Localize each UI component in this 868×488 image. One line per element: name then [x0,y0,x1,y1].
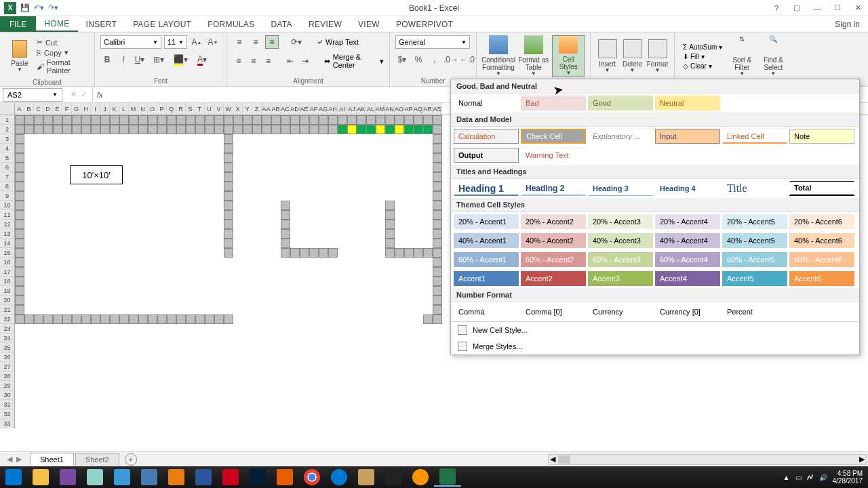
style-comma-0-[interactable]: Comma [0] [521,304,586,319]
row-header[interactable]: 6 [0,163,15,172]
style-heading4[interactable]: Heading 4 [655,181,720,196]
find-select-button[interactable]: 🔍Find & Select▼ [759,35,787,77]
style-input[interactable]: Input [655,129,720,144]
col-header[interactable]: E [53,103,62,115]
style-percent[interactable]: Percent [722,304,787,319]
underline-button[interactable]: U▾ [133,53,146,66]
row-header[interactable]: 15 [0,248,15,258]
row-header[interactable]: 10 [0,201,15,210]
style-output[interactable]: Output [454,148,519,163]
tab-data[interactable]: DATA [262,16,300,32]
name-box[interactable]: AS2▼ [3,88,62,102]
col-header[interactable]: R [176,103,186,115]
close-icon[interactable]: ✕ [848,1,868,16]
row-header[interactable]: 4 [0,144,15,153]
style-heading3[interactable]: Heading 3 [588,181,653,196]
merge-center-button[interactable]: ⬌Merge & Center ▾ [324,53,384,69]
style-20-accent2[interactable]: 20% - Accent2 [521,214,586,229]
style-note[interactable]: Note [789,129,854,144]
style-explanatory[interactable]: Explanatory ... [588,129,653,144]
col-header[interactable]: C [34,103,43,115]
row-header[interactable]: 21 [0,305,15,314]
row-header[interactable]: 14 [0,239,15,248]
row-header[interactable]: 19 [0,286,15,296]
task-photoshop[interactable] [244,468,271,487]
sheet-next-icon[interactable]: ▶ [16,455,22,464]
paste-button[interactable]: Paste ▼ [5,35,34,77]
style-warning-text[interactable]: Warning Text [521,148,586,163]
row-header[interactable]: 12 [0,220,15,229]
style-20-accent6[interactable]: 20% - Accent6 [789,214,854,229]
new-cell-style[interactable]: New Cell Style... [451,322,859,338]
style-calculation[interactable]: Calculation [454,129,519,144]
col-header[interactable]: O [148,103,157,115]
style-heading1[interactable]: Heading 1 [454,181,519,196]
col-header[interactable]: AB [271,103,281,115]
clear-button[interactable]: ◇Clear▾ [680,62,725,70]
style-good[interactable]: Good [588,96,653,110]
row-header[interactable]: 16 [0,258,15,267]
col-header[interactable]: B [24,103,34,115]
style-bad[interactable]: Bad [521,96,586,110]
autosum-button[interactable]: ΣAutoSum▾ [680,43,725,52]
task-edge[interactable] [326,468,353,487]
col-header[interactable]: AQ [414,103,423,115]
col-header[interactable]: AP [404,103,414,115]
tab-insert[interactable]: INSERT [78,16,125,32]
row-header[interactable]: 11 [0,210,15,220]
row-header[interactable]: 32 [0,409,15,419]
delete-cells-button[interactable]: Delete▼ [621,35,644,77]
fx-icon[interactable]: fx [93,91,107,99]
task-acrobat[interactable] [217,468,244,487]
tab-view[interactable]: VIEW [350,16,388,32]
row-header[interactable]: 3 [0,134,15,144]
start-button[interactable] [0,468,27,487]
col-header[interactable]: A [15,103,24,115]
row-header[interactable]: 22 [0,314,15,324]
col-header[interactable]: AE [300,103,309,115]
style-40-accent3[interactable]: 40% - Accent3 [588,233,653,248]
style-neutral[interactable]: Neutral [655,96,720,110]
bold-button[interactable]: B [100,53,114,66]
col-header[interactable]: X [233,103,243,115]
orientation-button[interactable]: ⟳▾ [290,35,303,49]
tray-battery-icon[interactable]: 🗲 [807,474,814,481]
style-accent6[interactable]: Accent6 [789,271,854,286]
cancel-icon[interactable]: ✕ [71,90,77,99]
row-header[interactable]: 9 [0,191,15,201]
style-40-accent6[interactable]: 40% - Accent6 [789,233,854,248]
border-button[interactable]: ⊞▾ [149,53,168,66]
row-header[interactable]: 24 [0,333,15,343]
minimize-icon[interactable]: — [807,1,827,16]
style-linked-cell[interactable]: Linked Cell [722,129,787,144]
align-right-button[interactable]: ≡ [262,54,275,68]
col-header[interactable]: AS [433,103,442,115]
col-header[interactable]: I [91,103,100,115]
col-header[interactable]: AD [290,103,300,115]
task-blender[interactable] [163,468,190,487]
style-accent2[interactable]: Accent2 [521,271,586,286]
row-header[interactable]: 31 [0,400,15,409]
row-header[interactable]: 17 [0,267,15,277]
task-paint[interactable] [353,468,380,487]
style-check-cell[interactable]: Check Cell [521,129,586,144]
style-currency-0-[interactable]: Currency [0] [655,304,720,319]
align-center-button[interactable]: ≡ [248,54,260,68]
tray-expand-icon[interactable]: ▲ [783,474,790,481]
fill-button[interactable]: ⬇Fill▾ [680,52,725,61]
style-40-accent1[interactable]: 40% - Accent1 [454,233,519,248]
style-60-accent4[interactable]: 60% - Accent4 [655,252,720,267]
col-header[interactable]: V [214,103,224,115]
sort-filter-button[interactable]: ⇅Sort & Filter▼ [728,35,756,77]
style-normal[interactable]: Normal [454,96,519,110]
currency-button[interactable]: $▾ [395,53,409,66]
conditional-formatting-button[interactable]: Conditional Formatting▼ [482,35,515,77]
task-word[interactable] [190,468,217,487]
sign-in-link[interactable]: Sign in [827,16,868,32]
style-40-accent5[interactable]: 40% - Accent5 [722,233,787,248]
sheet-tab-1[interactable]: Sheet1 [30,453,74,466]
task-vlc[interactable] [271,468,298,487]
task-firefox[interactable] [407,468,434,487]
col-header[interactable]: P [157,103,167,115]
inc-decimal-button[interactable]: .0→ [444,53,458,66]
